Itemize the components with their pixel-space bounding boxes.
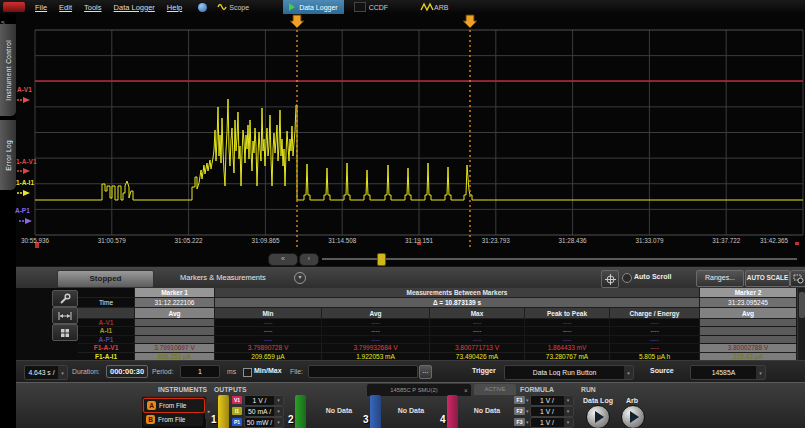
- play-icon: [630, 411, 639, 423]
- trigger-dropdown[interactable]: Data Log Run Button▾: [504, 365, 634, 380]
- arb-run-button[interactable]: [621, 405, 645, 428]
- x-tick: 31:42.365: [745, 237, 803, 244]
- period-input[interactable]: 1: [180, 365, 220, 378]
- x-tick: 31:14.508: [312, 237, 372, 244]
- sidebar-tab-label: Error Log: [5, 140, 12, 171]
- stopped-button[interactable]: Stopped: [57, 270, 154, 288]
- caret-down-icon: ▾: [756, 366, 765, 379]
- scroll-handle[interactable]: [377, 253, 386, 266]
- span-arrows-icon: [58, 311, 72, 321]
- info-icon[interactable]: [198, 3, 207, 12]
- zoom-region-button[interactable]: [790, 270, 805, 287]
- marker2-time: 31:23.095245: [700, 298, 797, 308]
- caret-down-icon: ▾: [274, 407, 283, 416]
- badge-f2: F2: [514, 407, 525, 415]
- grid-view-button[interactable]: [52, 324, 78, 341]
- caret-down-icon[interactable]: ▾: [526, 419, 529, 425]
- x-tick: 31:28.436: [543, 237, 603, 244]
- tab-arb[interactable]: ARB: [414, 0, 454, 14]
- caret-down-icon: ▾: [564, 396, 573, 405]
- duration-value[interactable]: 000:00:30: [106, 365, 148, 378]
- channel-3-bar: [370, 395, 381, 428]
- scroll-track[interactable]: [322, 258, 797, 260]
- ccdf-icon: [354, 2, 366, 12]
- table-row[interactable]: A-P1 ---- ---- ---- ---- ----: [78, 336, 797, 344]
- file-input[interactable]: [308, 365, 418, 378]
- chart-area[interactable]: A-V1 F1-A-V1 F1-A-I1 A-P1 30:55.936 31:0…: [0, 0, 805, 266]
- file-label: File:: [290, 368, 303, 375]
- table-row[interactable]: A-I1 ---- ---- ---- ---- ----: [78, 327, 797, 335]
- badge-p1: P1: [232, 418, 242, 426]
- play-icon: [289, 3, 295, 11]
- table-scrollbar-thumb[interactable]: [799, 292, 805, 318]
- x-tick: 30:55.936: [5, 237, 65, 244]
- channel-4-bar: [447, 395, 458, 428]
- scroll-rewind-button[interactable]: «: [268, 253, 298, 266]
- marker1-header[interactable]: Marker 1: [135, 288, 215, 298]
- input-b-from-file-button[interactable]: B From File: [143, 413, 203, 426]
- caret-down-icon[interactable]: ▾: [526, 397, 529, 403]
- caret-down-icon: ▾: [274, 396, 283, 405]
- tools-button[interactable]: [52, 290, 78, 307]
- measurements-table-zone: Marker 1 Measurements Between Markers Ma…: [16, 288, 805, 360]
- p1-range-dropdown[interactable]: 50 mW /▾: [244, 417, 284, 428]
- sidebar-tab-error-log[interactable]: Error Log: [0, 120, 16, 190]
- menu-data-logger[interactable]: Data Logger: [114, 3, 155, 12]
- menu-help[interactable]: Help: [167, 3, 182, 12]
- badge-a: A: [147, 401, 156, 410]
- f1-range-dropdown[interactable]: 1 V /▾: [530, 395, 574, 406]
- minmax-checkbox[interactable]: [243, 368, 252, 377]
- f3-range-dropdown[interactable]: 1 V /▾: [530, 417, 574, 428]
- tab-data-logger[interactable]: Data Logger: [283, 0, 344, 14]
- caret-down-icon: ▾: [564, 407, 573, 416]
- tab-ccdf[interactable]: CCDF: [348, 0, 394, 14]
- menu-edit[interactable]: Edit: [59, 3, 72, 12]
- channel-1-number: 1: [211, 414, 217, 425]
- auto-scroll-toggle-icon[interactable]: [622, 273, 632, 283]
- run-header: RUN: [581, 386, 596, 393]
- source-dropdown[interactable]: 14585A▾: [690, 365, 766, 380]
- channel-label-ap1[interactable]: A-P1: [15, 207, 30, 214]
- source-label: Source: [650, 367, 674, 374]
- waveform-chart[interactable]: [0, 0, 805, 266]
- table-scrollbar[interactable]: [797, 288, 805, 360]
- caret-down-icon: ▾: [564, 418, 573, 427]
- input-a-from-file-button[interactable]: A From File: [143, 398, 205, 413]
- close-icon[interactable]: ×: [461, 387, 471, 394]
- menu-file[interactable]: File: [35, 3, 47, 12]
- auto-scroll-label[interactable]: Auto Scroll: [634, 273, 671, 280]
- i1-range-dropdown[interactable]: 50 mA /▾: [244, 406, 284, 417]
- chevron-down-icon[interactable]: ▾: [294, 272, 306, 284]
- marker-span-button[interactable]: [52, 307, 78, 324]
- table-row[interactable]: F1-A-V1 3.79910697 V 3.79890728 V 3.7999…: [78, 344, 797, 352]
- mbm-header: Measurements Between Markers: [215, 288, 700, 298]
- marker2-header[interactable]: Marker 2: [700, 288, 797, 298]
- active-tab[interactable]: ACTIVE: [474, 384, 516, 395]
- time-label: Time: [78, 298, 135, 308]
- measurements-table: Marker 1 Measurements Between Markers Ma…: [78, 288, 797, 361]
- log-settings-bar: 4.643 s /▾ Duration: 000:00:30 Period: 1…: [16, 360, 805, 383]
- col-max: Max: [430, 308, 525, 319]
- crosshair-button[interactable]: [601, 270, 619, 288]
- menu-tools[interactable]: Tools: [84, 3, 102, 12]
- table-row[interactable]: A-V1 ---- ---- ---- ---- ----: [78, 319, 797, 327]
- f2-range-dropdown[interactable]: 1 V /▾: [530, 406, 574, 417]
- time-per-div-dropdown[interactable]: 4.643 s /▾: [24, 365, 68, 380]
- col-charge: Charge / Energy: [610, 308, 700, 319]
- tab-scope[interactable]: Scope: [211, 0, 255, 14]
- play-icon: [595, 411, 604, 423]
- sidebar-tab-instrument-control[interactable]: Instrument Control: [0, 24, 16, 116]
- channel-label-av1[interactable]: A-V1: [17, 86, 32, 93]
- scroll-back-button[interactable]: ‹: [299, 253, 319, 266]
- table-time-row: Time 31:12.222106 Δ = 10.873139 s 31:23.…: [78, 298, 797, 308]
- channel-2-number: 2: [288, 414, 294, 425]
- ranges-button[interactable]: Ranges...: [696, 270, 744, 287]
- auto-scale-button[interactable]: AUTO SCALE: [745, 270, 790, 287]
- zoom-region-icon: [793, 273, 804, 284]
- data-log-run-button[interactable]: [586, 405, 610, 428]
- caret-down-icon[interactable]: ▾: [526, 408, 529, 414]
- channel-3-no-data: No Data: [388, 407, 434, 414]
- v1-range-dropdown[interactable]: 1 V /▾: [244, 395, 284, 406]
- browse-button[interactable]: ...: [419, 365, 432, 379]
- menu-bar: File Edit Tools Data Logger Help Scope D…: [0, 0, 805, 14]
